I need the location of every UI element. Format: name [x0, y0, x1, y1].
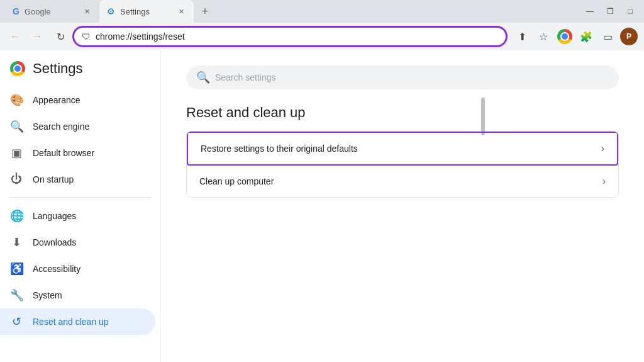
tab-settings-label: Settings [120, 7, 150, 16]
downloads-icon: ⬇ [10, 235, 23, 249]
chrome-settings-logo [10, 61, 25, 76]
sidebar-header: Settings [0, 55, 160, 87]
sidebar-item-appearance-label: Appearance [33, 95, 80, 105]
appearance-icon: 🎨 [10, 93, 23, 107]
tab-google-label: Google [25, 7, 51, 16]
address-bar-text: chrome://settings/reset [96, 31, 498, 42]
back-button[interactable]: ← [5, 26, 25, 47]
search-input[interactable] [215, 72, 609, 82]
sidebar-item-downloads-label: Downloads [33, 237, 76, 247]
settings-card: Restore settings to their original defau… [186, 131, 619, 198]
search-box[interactable]: 🔍 [186, 65, 619, 89]
sidebar: Settings 🎨 Appearance 🔍 Search engine ▣ … [0, 50, 161, 362]
sidebar-item-languages[interactable]: 🌐 Languages [0, 203, 155, 229]
on-startup-icon: ⏻ [10, 173, 23, 186]
chrome-logo [557, 29, 572, 44]
content-area: 🔍 Reset and clean up Restore settings to… [161, 50, 644, 362]
sidebar-item-system[interactable]: 🔧 System [0, 282, 155, 308]
sidebar-item-appearance[interactable]: 🎨 Appearance [0, 87, 155, 113]
tab-settings-close[interactable]: ✕ [176, 6, 186, 16]
toolbar-icons: ⬆ ☆ 🧩 ▭ P [512, 26, 639, 47]
title-bar: G Google ✕ ⚙ Settings ✕ + — ❐ □ [0, 0, 644, 23]
sidebar-item-on-startup-label: On startup [33, 174, 74, 184]
tab-google[interactable]: G Google ✕ [5, 0, 99, 23]
restore-defaults-arrow: › [601, 143, 604, 154]
sidebar-divider [10, 197, 150, 198]
extensions-icon[interactable]: 🧩 [576, 26, 596, 47]
forward-button[interactable]: → [28, 26, 48, 47]
clean-up-computer-row[interactable]: Clean up computer › [187, 166, 618, 197]
sidebar-item-accessibility[interactable]: ♿ Accessibility [0, 256, 155, 282]
restore-defaults-row[interactable]: Restore settings to their original defau… [187, 132, 618, 166]
reset-icon: ↺ [10, 315, 23, 329]
accessibility-icon: ♿ [10, 262, 23, 276]
window-controls: — ❐ □ [581, 3, 639, 20]
sidebar-item-reset[interactable]: ↺ Reset and clean up [0, 308, 155, 335]
sidebar-item-accessibility-label: Accessibility [33, 264, 80, 274]
page-title: Reset and clean up [186, 105, 619, 121]
settings-tab-favicon: ⚙ [107, 6, 115, 16]
clean-up-computer-arrow: › [602, 176, 606, 187]
languages-icon: 🌐 [10, 209, 23, 223]
system-icon: 🔧 [10, 288, 23, 302]
sidebar-item-default-browser-label: Default browser [33, 148, 94, 158]
main-area: Settings 🎨 Appearance 🔍 Search engine ▣ … [0, 50, 644, 362]
sidebar-item-downloads[interactable]: ⬇ Downloads [0, 229, 155, 256]
tab-google-close[interactable]: ✕ [82, 6, 92, 16]
reload-button[interactable]: ↻ [50, 26, 70, 47]
sidebar-item-languages-label: Languages [33, 211, 76, 221]
sidebar-item-system-label: System [33, 290, 62, 300]
avatar: P [620, 28, 638, 45]
restore-defaults-label: Restore settings to their original defau… [201, 144, 601, 154]
security-icon: 🛡 [82, 31, 91, 42]
minimize-button[interactable]: — [581, 3, 599, 20]
search-engine-icon: 🔍 [10, 120, 23, 133]
address-bar[interactable]: 🛡 chrome://settings/reset [73, 26, 507, 47]
tab-settings[interactable]: ⚙ Settings ✕ [99, 0, 194, 23]
restore-button[interactable]: ❐ [601, 3, 619, 20]
default-browser-icon: ▣ [10, 146, 23, 160]
sidebar-item-on-startup[interactable]: ⏻ On startup [0, 166, 155, 192]
sidebar-item-search-engine-label: Search engine [33, 122, 89, 132]
nav-bar: ← → ↻ 🛡 chrome://settings/reset ⬆ ☆ 🧩 ▭ … [0, 23, 644, 50]
scrollbar-thumb[interactable] [481, 98, 485, 135]
new-tab-button[interactable]: + [196, 3, 214, 20]
sidebar-toggle-icon[interactable]: ▭ [597, 26, 618, 47]
share-icon[interactable]: ⬆ [512, 26, 532, 47]
search-icon: 🔍 [196, 71, 210, 84]
sidebar-item-default-browser[interactable]: ▣ Default browser [0, 140, 155, 166]
profile-button[interactable]: P [619, 26, 639, 47]
google-favicon: G [13, 6, 19, 16]
sidebar-title: Settings [33, 60, 83, 77]
bookmark-icon[interactable]: ☆ [533, 26, 553, 47]
sidebar-item-search-engine[interactable]: 🔍 Search engine [0, 113, 155, 140]
sidebar-item-reset-label: Reset and clean up [33, 317, 109, 327]
clean-up-computer-label: Clean up computer [199, 176, 602, 186]
chrome-labs-icon[interactable] [555, 26, 575, 47]
maximize-button[interactable]: □ [621, 3, 639, 20]
